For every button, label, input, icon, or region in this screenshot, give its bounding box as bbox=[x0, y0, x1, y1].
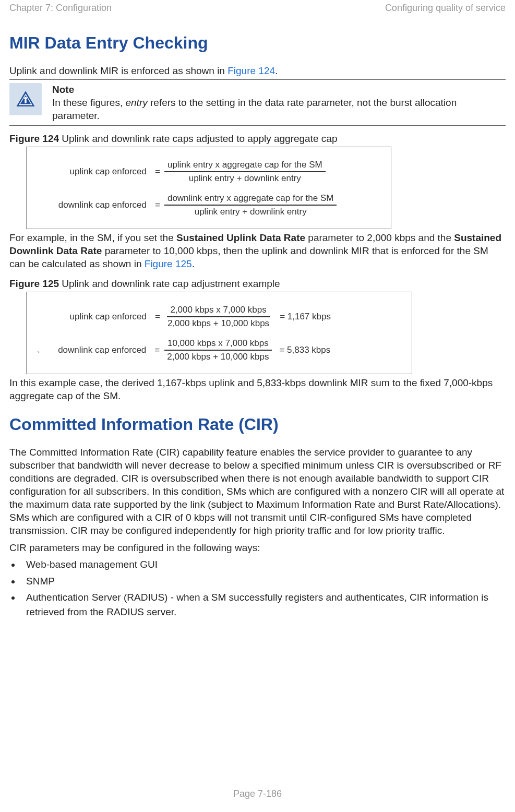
page-footer: Page 7-186 bbox=[0, 789, 515, 799]
equals-sign: = bbox=[151, 312, 164, 322]
formula-downlink-cap: downlink cap enforced = downlink entry x… bbox=[37, 193, 380, 217]
note-triangle-icon bbox=[15, 88, 37, 110]
text: For example, in the SM, if you set the bbox=[9, 232, 176, 243]
list-item: Authentication Server (RADIUS) - when a … bbox=[21, 590, 506, 619]
formula-lhs: uplink cap enforced bbox=[37, 166, 151, 177]
figure-125-link[interactable]: Figure 125 bbox=[145, 258, 192, 269]
figure-caption-text: Uplink and downlink rate caps adjusted t… bbox=[59, 133, 337, 144]
example-paragraph: For example, in the SM, if you set the S… bbox=[9, 231, 506, 270]
note-content: Note In these figures, entry refers to t… bbox=[52, 83, 506, 122]
text: . bbox=[275, 65, 278, 76]
formula-numerator: 2,000 kbps x 7,000 kbps bbox=[167, 305, 269, 317]
figure-125-caption: Figure 125 Uplink and downlink rate cap … bbox=[9, 278, 506, 290]
intro-paragraph: Uplink and downlink MIR is enforced as s… bbox=[9, 64, 506, 77]
heading-cir: Committed Information Rate (CIR) bbox=[9, 415, 506, 434]
text: parameter to 2,000 kbps and the bbox=[305, 232, 454, 243]
formula-numerator: 10,000 kbps x 7,000 kbps bbox=[164, 338, 272, 351]
note-label: Note bbox=[52, 83, 506, 96]
formula-fraction: 2,000 kbps x 7,000 kbps 2,000 kbps + 10,… bbox=[164, 305, 272, 329]
figure-caption-text: Uplink and downlink rate cap adjustment … bbox=[59, 278, 280, 289]
equals-sign: = bbox=[150, 345, 164, 355]
equals-sign: = bbox=[151, 200, 164, 210]
figure-124-box: uplink cap enforced = uplink entry x agg… bbox=[26, 147, 391, 229]
stray-backtick: ` bbox=[37, 351, 41, 362]
figure-124-caption: Figure 124 Uplink and downlink rate caps… bbox=[9, 133, 506, 145]
formula-result: = 5,833 kbps bbox=[272, 345, 330, 355]
note-block: Note In these figures, entry refers to t… bbox=[9, 79, 506, 126]
heading-mir: MIR Data Entry Checking bbox=[9, 33, 506, 53]
formula-uplink-cap: uplink cap enforced = uplink entry x agg… bbox=[37, 160, 380, 184]
text: In these figures, bbox=[52, 97, 125, 108]
formula-denominator: uplink entry + downlink entry bbox=[186, 172, 304, 184]
formula-fraction: 10,000 kbps x 7,000 kbps 2,000 kbps + 10… bbox=[164, 338, 272, 362]
formula-lhs: downlink cap enforced bbox=[37, 200, 151, 210]
text: . bbox=[192, 258, 195, 269]
svg-rect-1 bbox=[25, 100, 27, 103]
formula-denominator: 2,000 kbps + 10,000 kbps bbox=[164, 351, 272, 362]
note-emphasis: entry bbox=[125, 97, 147, 108]
page: Chapter 7: Configuration Configuring qua… bbox=[0, 0, 515, 812]
cir-bullet-list: Web-based management GUI SNMP Authentica… bbox=[9, 557, 506, 619]
formula-uplink-example: uplink cap enforced = 2,000 kbps x 7,000… bbox=[37, 305, 401, 329]
equals-sign: = bbox=[151, 166, 164, 177]
formula-numerator: uplink entry x aggregate cap for the SM bbox=[164, 160, 326, 172]
header-left: Chapter 7: Configuration bbox=[9, 3, 112, 14]
formula-fraction: downlink entry x aggregate cap for the S… bbox=[164, 193, 337, 217]
note-icon bbox=[9, 83, 42, 115]
formula-lhs: uplink cap enforced bbox=[37, 312, 151, 322]
list-item: Web-based management GUI bbox=[21, 557, 506, 572]
text: Uplink and downlink MIR is enforced as s… bbox=[9, 65, 227, 76]
formula-denominator: 2,000 kbps + 10,000 kbps bbox=[164, 317, 272, 329]
running-header: Chapter 7: Configuration Configuring qua… bbox=[9, 3, 506, 14]
formula-fraction: uplink entry x aggregate cap for the SM … bbox=[164, 160, 326, 184]
note-text: In these figures, entry refers to the se… bbox=[52, 97, 457, 121]
figure-124-link[interactable]: Figure 124 bbox=[227, 65, 275, 76]
cir-paragraph-2: CIR parameters may be configured in the … bbox=[9, 541, 506, 554]
svg-point-0 bbox=[24, 97, 27, 100]
figure-label: Figure 124 bbox=[9, 133, 59, 144]
summary-paragraph: In this example case, the derived 1,167-… bbox=[9, 376, 506, 402]
bold-term: Sustained Uplink Data Rate bbox=[176, 232, 305, 243]
header-right: Configuring quality of service bbox=[385, 3, 506, 14]
cir-paragraph-1: The Committed Information Rate (CIR) cap… bbox=[9, 446, 506, 538]
formula-result: = 1,167 kbps bbox=[272, 312, 331, 322]
figure-125-box: uplink cap enforced = 2,000 kbps x 7,000… bbox=[26, 292, 412, 374]
formula-denominator: uplink entry + downlink entry bbox=[191, 206, 310, 217]
formula-lhs: downlink cap enforced bbox=[41, 345, 150, 355]
formula-downlink-example: ` downlink cap enforced = 10,000 kbps x … bbox=[37, 338, 401, 362]
figure-label: Figure 125 bbox=[9, 278, 59, 289]
formula-numerator: downlink entry x aggregate cap for the S… bbox=[164, 193, 337, 206]
list-item: SNMP bbox=[21, 574, 506, 589]
